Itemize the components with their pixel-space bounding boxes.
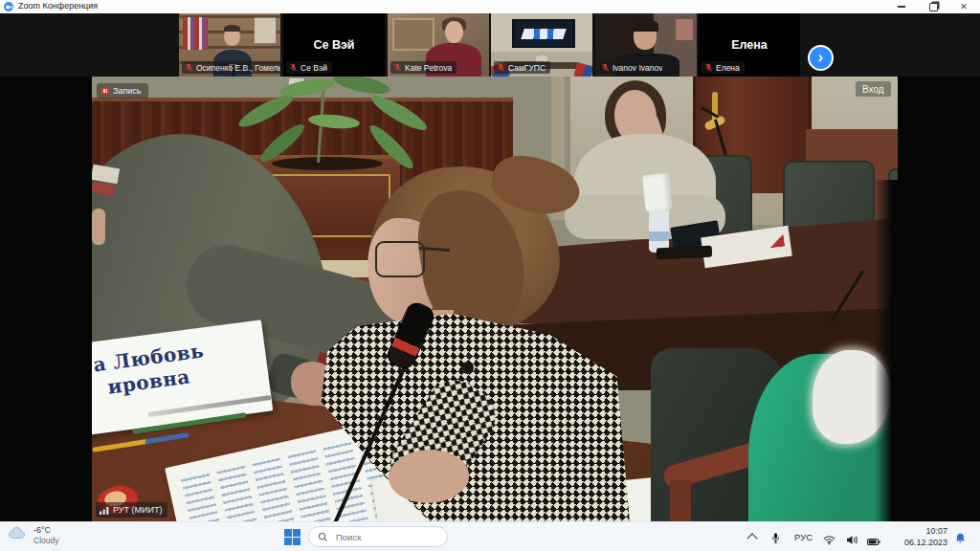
minimize-icon xyxy=(898,6,905,8)
participant-head xyxy=(445,21,463,43)
windows-logo-pane xyxy=(284,529,292,537)
participant-hair xyxy=(224,25,240,32)
participant-name-label: Ivanov Ivanov xyxy=(612,63,662,73)
wifi-icon[interactable] xyxy=(823,532,835,549)
participant-tile-samgups[interactable]: СамГУПС xyxy=(491,13,592,77)
battery-icon[interactable] xyxy=(867,533,880,550)
mic-muted-icon xyxy=(289,63,298,72)
chair-armrest-post xyxy=(670,480,691,521)
recording-badge: Запись xyxy=(97,83,148,99)
participant-name-label: Елена xyxy=(716,63,740,73)
clock-date: 06.12.2023 xyxy=(894,538,947,549)
zoom-meeting-window: Zoom Конференция ✕ Осипенко Е.В., Гомель… xyxy=(0,0,980,551)
next-participants-button[interactable]: › xyxy=(808,45,834,71)
presentation-screen xyxy=(512,19,575,48)
participant-name-label: Осипенко Е.В., Гомель… xyxy=(196,63,280,73)
taskbar-clock[interactable]: 10:07 06.12.2023 xyxy=(894,526,947,548)
participant-tile-ivanov[interactable]: Ivanov Ivanov xyxy=(595,13,697,77)
red-logo-mark xyxy=(768,234,786,249)
participant-name-badge: СамГУПС xyxy=(494,61,550,74)
mic-muted-icon xyxy=(185,63,193,72)
participant-name-label: Се Вэй xyxy=(301,63,327,73)
windows-taskbar: -6°C Cloudy xyxy=(0,521,980,551)
mic-muted-icon xyxy=(704,63,713,72)
weather-condition: Cloudy xyxy=(33,536,58,546)
recording-label: Запись xyxy=(113,86,142,96)
books xyxy=(183,17,208,50)
jacket-button xyxy=(461,362,474,374)
water-bottle xyxy=(649,207,669,253)
windows-logo-pane xyxy=(293,529,301,537)
windows-logo-pane xyxy=(284,538,292,545)
poster xyxy=(254,17,277,44)
cloud-icon xyxy=(8,525,29,540)
active-speaker-video[interactable]: а Любовь ировна xyxy=(92,77,898,521)
window-title: Zoom Конференция xyxy=(18,1,98,11)
participant-tile-kate-petrova[interactable]: Kate Petrova xyxy=(388,13,489,77)
participant-name-badge: Kate Petrova xyxy=(390,61,457,74)
notification-bell-icon[interactable] xyxy=(955,531,966,548)
clock-time: 10:07 xyxy=(894,526,947,538)
camera-icon xyxy=(6,4,12,11)
mic-muted-icon xyxy=(601,63,610,72)
close-button[interactable]: ✕ xyxy=(950,0,977,13)
record-icon xyxy=(101,87,109,95)
language-indicator[interactable]: РУС xyxy=(794,532,813,542)
taskbar-search[interactable] xyxy=(308,526,448,547)
tray-expand-chevron-icon[interactable] xyxy=(746,533,757,543)
participant-name-badge: Елена xyxy=(702,61,745,74)
participant-name-label: Kate Petrova xyxy=(405,63,452,73)
volume-icon[interactable] xyxy=(846,532,858,549)
start-button[interactable] xyxy=(284,529,301,545)
participant-name-badge: Ivanov Ivanov xyxy=(598,61,667,74)
right-shadow xyxy=(875,180,898,521)
participant-name-badge: Се Вэй xyxy=(286,61,332,74)
mic-muted-icon xyxy=(393,63,402,72)
participant-tile-sewei[interactable]: Се Вэй Се Вэй xyxy=(283,13,385,77)
zoom-app-icon xyxy=(4,2,13,11)
weather-temperature: -6°C xyxy=(33,525,58,536)
signal-bars-icon xyxy=(100,506,109,515)
participant-tile-osipenko[interactable]: Осипенко Е.В., Гомель… xyxy=(179,13,280,77)
weather-text: -6°C Cloudy xyxy=(33,525,58,546)
wall-item xyxy=(676,19,693,40)
connection-name-label: РУТ (МИИТ) xyxy=(113,505,162,515)
participant-hair xyxy=(632,19,658,32)
connection-badge: РУТ (МИИТ) xyxy=(96,502,167,518)
main-video-stage: а Любовь ировна xyxy=(0,77,980,521)
search-input[interactable] xyxy=(334,531,438,543)
weather-widget[interactable]: -6°C Cloudy xyxy=(8,525,58,546)
edge-hand xyxy=(92,209,105,245)
participant-strip: Осипенко Е.В., Гомель… Се Вэй Се Вэй Kat… xyxy=(0,13,980,77)
participant-name-badge: Осипенко Е.В., Гомель… xyxy=(182,61,280,74)
participant-name-label: СамГУПС xyxy=(508,63,546,73)
windows-logo-pane xyxy=(293,538,301,545)
paper-cup xyxy=(642,173,672,213)
entry-badge: Вход xyxy=(856,81,891,97)
mic-muted-icon xyxy=(497,63,505,72)
restore-button[interactable] xyxy=(920,0,947,13)
participant-tile-elena[interactable]: Елена Елена xyxy=(699,13,800,77)
restore-icon xyxy=(929,3,938,11)
picture-frame xyxy=(392,18,434,51)
tray-microphone-icon[interactable] xyxy=(771,531,780,548)
speaker-glasses xyxy=(375,241,425,277)
minimize-button[interactable] xyxy=(888,0,915,13)
samgups-logo xyxy=(521,29,567,39)
search-icon xyxy=(318,532,328,542)
window-titlebar: Zoom Конференция ✕ xyxy=(0,0,980,13)
planter-soil xyxy=(272,157,383,170)
